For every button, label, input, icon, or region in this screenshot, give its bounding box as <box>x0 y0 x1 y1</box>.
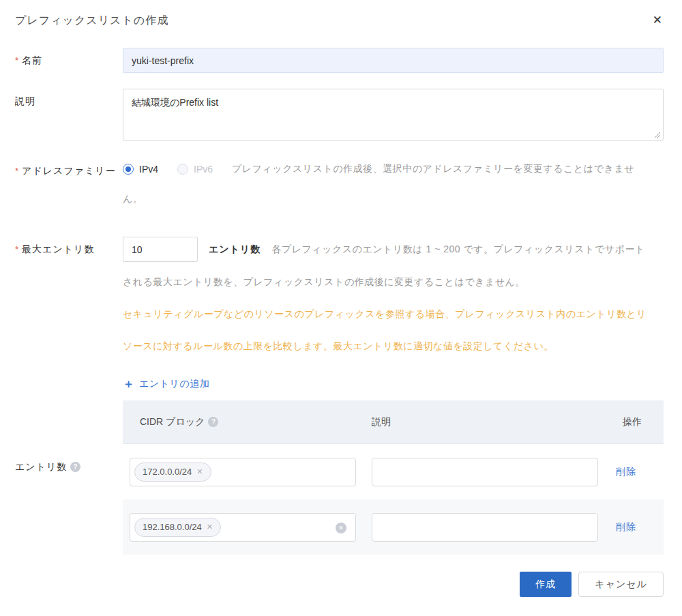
max-entries-row: *最大エントリ数 エントリ数 各プレフィックスのエントリ数は 1 ~ 200 で… <box>15 237 664 352</box>
name-row: *名前 <box>15 48 664 73</box>
description-textarea[interactable]: 結城環境のPrefix list <box>123 89 664 141</box>
description-label: 説明 <box>15 89 123 143</box>
radio-checked-icon[interactable] <box>123 164 134 175</box>
address-family-row: *アドレスファミリー IPv4 IPv6 プレフィックスリストの作成後、選択中の… <box>15 163 664 205</box>
radio-disabled-icon <box>177 164 188 175</box>
entries-row: エントリ数 ? ＋ エントリの追加 CIDR ブロック ? 説明 操作 <box>15 378 664 555</box>
max-entries-help-line2: される最大エントリ数を、プレフィックスリストの作成後に変更することはできません。 <box>123 276 664 288</box>
max-entries-warning-line2: ソースに対するルール数の上限を比較します。最大エントリ数に適切な値を設定してくだ… <box>123 340 664 352</box>
radio-ipv6-label: IPv6 <box>194 164 213 175</box>
entries-label: エントリ数 <box>15 461 67 473</box>
column-header-description: 説明 <box>372 416 607 428</box>
entry-description-input[interactable] <box>372 458 598 486</box>
max-entries-input[interactable] <box>123 237 198 262</box>
cancel-button[interactable]: キャンセル <box>578 572 664 597</box>
create-button[interactable]: 作成 <box>520 572 572 597</box>
delete-entry-link[interactable]: 削除 <box>616 521 636 532</box>
max-entries-warning-line1: セキュリティグループなどのリソースのプレフィックスを参照する場合、プレフィックス… <box>123 308 664 320</box>
radio-ipv4[interactable]: IPv4 <box>123 164 158 175</box>
address-family-note-line1: プレフィックスリストの作成後、選択中のアドレスファミリーを変更することはできませ <box>232 163 634 175</box>
table-row: 172.0.0.0/24 ✕ 削除 <box>123 444 664 499</box>
entries-help-icon[interactable]: ? <box>70 462 80 472</box>
max-entries-unit: エントリ数 <box>209 244 261 256</box>
column-header-cidr: CIDR ブロック ? <box>123 416 372 428</box>
required-mark: * <box>15 166 19 176</box>
address-family-note-line2: ん。 <box>123 193 664 205</box>
table-row: 192.168.0.0/24 ✕ ✕ 削除 <box>123 499 664 555</box>
entry-description-input[interactable] <box>372 513 598 542</box>
tag-remove-icon[interactable]: ✕ <box>207 523 213 531</box>
max-entries-label: *最大エントリ数 <box>15 237 123 352</box>
name-input[interactable] <box>123 48 664 73</box>
address-family-label: *アドレスファミリー <box>15 163 123 205</box>
required-mark: * <box>15 55 19 65</box>
add-entry-link[interactable]: ＋ エントリの追加 <box>123 378 209 390</box>
entries-label-wrap: エントリ数 ? <box>15 378 123 555</box>
cidr-tag: 172.0.0.0/24 ✕ <box>134 463 211 482</box>
tag-remove-icon[interactable]: ✕ <box>196 467 203 476</box>
delete-entry-link[interactable]: 削除 <box>616 466 636 477</box>
create-prefix-list-dialog: プレフィックスリストの作成 ✕ *名前 説明 結城環境のPrefix list … <box>0 0 682 597</box>
close-icon[interactable]: ✕ <box>651 14 664 27</box>
cidr-input[interactable]: 172.0.0.0/24 ✕ <box>130 458 356 486</box>
cidr-help-icon[interactable]: ? <box>208 417 218 427</box>
clear-input-icon[interactable]: ✕ <box>336 523 346 533</box>
dialog-header: プレフィックスリストの作成 ✕ <box>15 14 664 28</box>
column-header-action: 操作 <box>607 416 642 428</box>
required-mark: * <box>15 244 19 254</box>
radio-ipv6: IPv6 <box>177 164 213 175</box>
entries-table: CIDR ブロック ? 説明 操作 172.0.0.0/24 ✕ <box>123 400 664 555</box>
radio-ipv4-label: IPv4 <box>139 164 158 175</box>
description-row: 説明 結城環境のPrefix list <box>15 89 664 143</box>
cidr-tag: 192.168.0.0/24 ✕ <box>134 518 221 537</box>
dialog-footer: 作成 キャンセル <box>15 572 664 597</box>
entries-table-header: CIDR ブロック ? 説明 操作 <box>123 400 664 444</box>
name-label: *名前 <box>15 48 123 73</box>
plus-icon: ＋ <box>123 379 134 390</box>
max-entries-help-line1: 各プレフィックスのエントリ数は 1 ~ 200 です。プレフィックスリストでサポ… <box>271 244 644 256</box>
cidr-input[interactable]: 192.168.0.0/24 ✕ ✕ <box>130 513 356 542</box>
dialog-title: プレフィックスリストの作成 <box>15 14 168 28</box>
